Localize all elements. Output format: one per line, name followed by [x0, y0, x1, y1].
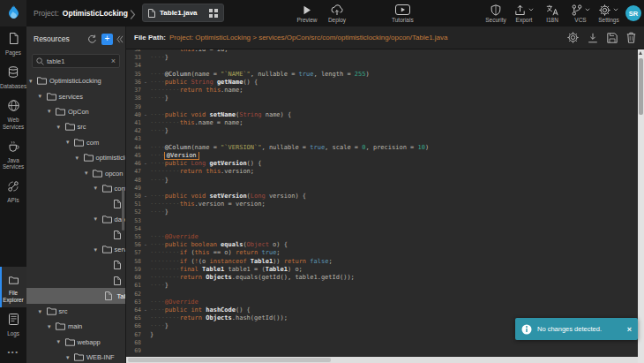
- tree-item-src[interactable]: ▾src: [26, 304, 126, 319]
- code-line: 56-····public boolean equals(Object o) {: [126, 241, 638, 249]
- tree-item-optimisticlocking[interactable]: ▾optimisticlocking: [26, 150, 126, 165]
- gutter-spacer: [141, 144, 150, 152]
- tree-item-src[interactable]: ▾src: [26, 119, 126, 134]
- chevron-expanded-icon[interactable]: ▾: [94, 185, 102, 192]
- tree-item-com[interactable]: ▾com: [26, 135, 126, 150]
- chevron-expanded-icon[interactable]: ▾: [66, 354, 74, 361]
- chevron-expanded-icon[interactable]: ▾: [57, 124, 65, 131]
- fold-toggle[interactable]: -: [141, 160, 150, 168]
- code-line: 62: [126, 291, 638, 299]
- pages-icon: [9, 32, 19, 48]
- tree-item-main[interactable]: ▾main: [26, 319, 126, 334]
- tree-item-controller[interactable]: ▾controller: [26, 181, 126, 196]
- tree-item-table1service-java[interactable]: Table1Service.java: [26, 258, 126, 273]
- settings-icon[interactable]: [567, 32, 579, 43]
- search-input[interactable]: [47, 57, 109, 65]
- file-tree: ▾OptimisticLocking▾services▾OpCon▾src▾co…: [26, 73, 126, 363]
- security-button[interactable]: Security: [485, 4, 506, 23]
- tree-item-optimisticlocking[interactable]: ▾OptimisticLocking: [26, 73, 126, 88]
- horizontal-scrollbar-thumb[interactable]: [128, 358, 331, 362]
- code-line: 37········return this.name;: [126, 87, 638, 95]
- sidebar-item-pages[interactable]: Pages: [0, 26, 26, 60]
- chevron-expanded-icon[interactable]: ▾: [48, 323, 56, 330]
- app-logo[interactable]: [0, 0, 26, 26]
- fold-toggle[interactable]: -: [141, 193, 150, 200]
- sidebar-item-java-services[interactable]: Java Services: [0, 134, 26, 174]
- sidebar-item-apis[interactable]: APIs: [0, 174, 26, 208]
- sidebar-item-label: Pages: [5, 49, 21, 56]
- tree-item-opcon[interactable]: ▾OpCon: [26, 104, 126, 119]
- chevron-expanded-icon[interactable]: ▾: [94, 246, 102, 253]
- code-line: 47········return this.version;: [126, 168, 638, 176]
- toast-close-icon[interactable]: ×: [627, 325, 632, 334]
- sidebar-item-file-explorer[interactable]: File Explorer: [0, 267, 26, 306]
- chevron-expanded-icon[interactable]: ▾: [94, 216, 102, 223]
- tree-item-table1-java[interactable]: Table1.java: [26, 288, 126, 303]
- i18n-button[interactable]: I18N: [542, 4, 563, 23]
- chevron-expanded-icon[interactable]: ▾: [39, 308, 47, 315]
- add-resource-button[interactable]: +: [101, 34, 113, 45]
- tree-item-opcon[interactable]: ▾opcon: [26, 165, 126, 180]
- save-icon[interactable]: [607, 33, 618, 43]
- avatar[interactable]: SR: [625, 5, 641, 21]
- gutter-spacer: [141, 200, 150, 208]
- chevron-expanded-icon[interactable]: ▾: [29, 78, 37, 85]
- tab-table1-java[interactable]: Table1.java: [142, 4, 224, 22]
- sidebar-item-databases[interactable]: Databases: [0, 60, 26, 94]
- deploy-button[interactable]: Deploy: [326, 4, 348, 23]
- folder-icon: [102, 246, 114, 253]
- code-line: 60········return Objects.equals(getId(),…: [126, 274, 638, 282]
- fold-toggle[interactable]: -: [141, 79, 150, 87]
- chevron-expanded-icon[interactable]: ▾: [48, 108, 56, 115]
- tree-item-table1controller-java[interactable]: Table1Controller.java: [26, 196, 126, 211]
- editor-horizontal-scrollbar[interactable]: [126, 357, 644, 363]
- gutter-spacer: [141, 127, 150, 135]
- gutter-spacer: [141, 177, 150, 185]
- delete-icon[interactable]: [626, 32, 636, 43]
- tree-item-service[interactable]: ▾service: [26, 242, 126, 257]
- folder-icon: [47, 93, 58, 101]
- scroll-up-arrow[interactable]: [639, 51, 642, 55]
- grid-icon[interactable]: [209, 5, 218, 21]
- vertical-scrollbar-thumb[interactable]: [639, 58, 643, 115]
- chevron-right-icon: [130, 8, 136, 24]
- line-number: 62: [126, 291, 141, 299]
- export-button[interactable]: Export: [513, 4, 535, 23]
- fold-toggle[interactable]: -: [141, 111, 150, 119]
- button-label: Export: [516, 17, 533, 23]
- project-name[interactable]: OptimisticLocking: [63, 9, 128, 18]
- chevron-expanded-icon[interactable]: ▾: [85, 170, 93, 177]
- fold-toggle[interactable]: -: [141, 306, 150, 314]
- vcs-button[interactable]: VCS: [570, 4, 591, 23]
- code-editor[interactable]: 32········this.id = id;33····}3435····@C…: [126, 49, 644, 363]
- chevron-expanded-icon[interactable]: ▾: [76, 155, 84, 162]
- tree-scrollbar-thumb[interactable]: [122, 190, 124, 231]
- gutter-spacer: [141, 233, 150, 241]
- tree-item-webapp[interactable]: ▾webapp: [26, 335, 126, 350]
- line-number: 64: [126, 306, 141, 314]
- line-number: 35: [126, 71, 141, 79]
- code-line: 42····}: [126, 127, 638, 135]
- tree-item-dao[interactable]: ▾dao: [26, 212, 126, 227]
- tree-item-services[interactable]: ▾services: [26, 88, 126, 103]
- tutorials-button[interactable]: Tutorials: [392, 4, 414, 23]
- editor-vertical-scrollbar[interactable]: [638, 49, 644, 357]
- chevron-expanded-icon[interactable]: ▾: [66, 139, 74, 146]
- preview-button[interactable]: Preview: [296, 4, 318, 23]
- line-number: 53: [126, 217, 141, 225]
- tree-item-table1dao-java[interactable]: Table1Dao.java: [26, 227, 126, 242]
- download-icon[interactable]: [588, 33, 598, 43]
- more-options-button[interactable]: •••: [0, 341, 26, 363]
- tree-item-table1serviceimpl-java[interactable]: Table1ServiceImpl.java: [26, 273, 126, 288]
- chevron-expanded-icon[interactable]: ▾: [57, 338, 65, 345]
- sidebar-item-logs[interactable]: Logs: [0, 307, 26, 341]
- sidebar-item-web-services[interactable]: Web Services: [0, 94, 26, 133]
- chevron-expanded-icon[interactable]: ▾: [39, 93, 47, 100]
- tree-item-label: optimisticlocking: [96, 154, 127, 162]
- fold-toggle[interactable]: -: [141, 241, 150, 249]
- clear-search-icon[interactable]: ×: [111, 57, 116, 65]
- tree-item-web-inf[interactable]: ▾WEB-INF: [26, 350, 126, 363]
- refresh-icon[interactable]: [87, 34, 97, 44]
- collapse-panel-icon[interactable]: [116, 35, 124, 43]
- settings-button[interactable]: Settings: [598, 4, 619, 23]
